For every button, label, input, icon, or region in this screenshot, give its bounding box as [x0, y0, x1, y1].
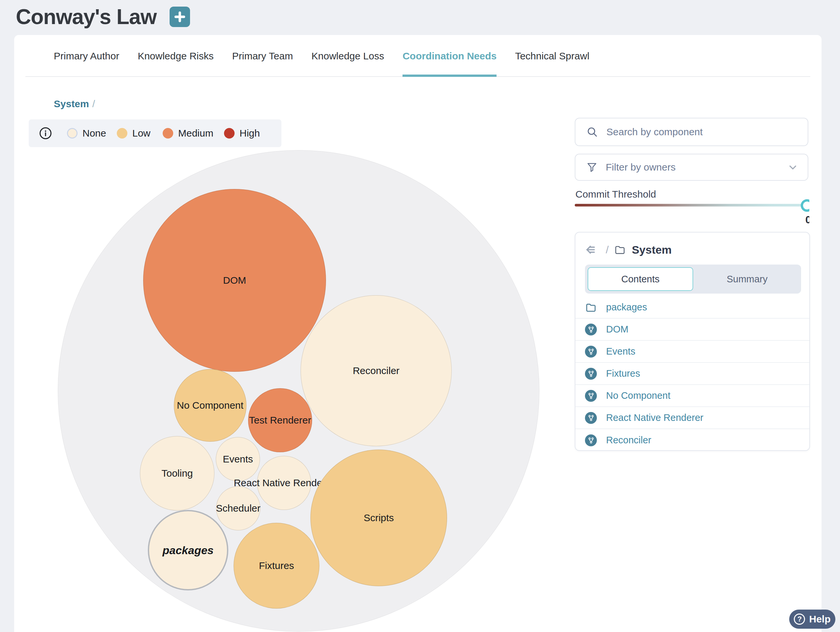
git-branch-icon	[585, 323, 597, 336]
bubble-events[interactable]: Events	[216, 437, 260, 481]
list-item-label: Fixtures	[606, 368, 640, 379]
bubble-label: No Component	[177, 400, 243, 411]
list-item-dom[interactable]: DOM	[575, 318, 809, 341]
plus-icon	[173, 10, 186, 24]
breadcrumb-separator: /	[92, 98, 95, 109]
tab-primary-author[interactable]: Primary Author	[54, 35, 119, 77]
bubble-label: Test Renderer	[249, 415, 311, 426]
search-icon	[586, 126, 598, 138]
tab-primary-team[interactable]: Primary Team	[232, 35, 293, 77]
slider-value-wrap: 0	[575, 213, 809, 227]
legend-label-none: None	[82, 128, 106, 139]
tab-summary[interactable]: Summary	[693, 265, 801, 293]
legend-label-low: Low	[132, 128, 150, 139]
legend-swatch-none	[67, 128, 77, 139]
main-card: Primary Author Knowledge Risks Primary T…	[14, 35, 821, 632]
bubble-reconciler[interactable]: Reconciler	[300, 295, 452, 446]
git-branch-icon	[585, 368, 597, 380]
list-item-no-component[interactable]: No Component	[575, 385, 809, 407]
commit-threshold-value: 0	[805, 214, 809, 226]
tab-technical-sprawl[interactable]: Technical Sprawl	[515, 35, 589, 77]
legend-label-medium: Medium	[178, 128, 213, 139]
slider-track[interactable]	[575, 204, 809, 206]
git-branch-icon	[585, 412, 597, 424]
bubble-packages[interactable]: packages	[148, 510, 228, 591]
legend-swatch-medium	[163, 128, 173, 139]
bubble-label: Tooling	[161, 468, 193, 479]
breadcrumb: System/	[54, 98, 95, 110]
slider-handle[interactable]	[801, 199, 809, 212]
help-button-label: Help	[809, 613, 831, 625]
legend-item-high: High	[224, 120, 260, 147]
tab-coordination-needs[interactable]: Coordination Needs	[403, 35, 497, 77]
page-title: Conway's Law	[16, 5, 156, 29]
tab-knowledge-risks[interactable]: Knowledge Risks	[137, 35, 213, 77]
bubble-scripts[interactable]: Scripts	[311, 449, 447, 586]
legend-item-low: Low	[117, 120, 150, 147]
search-placeholder: Search by component	[606, 126, 808, 137]
list-item-label: Events	[606, 346, 635, 357]
back-arrow-icon[interactable]	[585, 244, 600, 255]
list-item-react-native-renderer[interactable]: React Native Renderer	[575, 407, 809, 429]
git-branch-icon	[585, 390, 597, 402]
funnel-icon	[586, 161, 598, 173]
breadcrumb-system-link[interactable]: System	[54, 98, 89, 109]
legend-swatch-low	[117, 128, 127, 139]
bubble-label: Fixtures	[259, 560, 294, 571]
explorer-tabs: Contents Summary	[585, 265, 801, 293]
chevron-down-icon[interactable]	[787, 162, 799, 173]
tab-knowledge-loss[interactable]: Knowledge Loss	[311, 35, 384, 77]
explorer-list: packages DOM Events	[575, 296, 809, 451]
list-item-fixtures[interactable]: Fixtures	[575, 363, 809, 385]
legend-label-high: High	[240, 128, 260, 139]
coordination-legend: None Low Medium High	[29, 120, 281, 147]
legend-item-none: None	[67, 120, 106, 147]
explorer-title: System	[632, 243, 672, 256]
bubble-no-component[interactable]: No Component	[174, 369, 246, 442]
bubble-label: DOM	[223, 275, 246, 286]
page: Conway's Law Primary Author Knowledge Ri…	[0, 0, 840, 632]
list-item-label: No Component	[606, 390, 670, 401]
legend-swatch-high	[224, 128, 235, 139]
bubble-dom[interactable]: DOM	[143, 189, 326, 372]
list-item-label: Reconciler	[606, 435, 651, 446]
filter-placeholder: Filter by owners	[606, 162, 787, 173]
system-explorer-panel: / System Contents Summary packages	[575, 232, 810, 451]
question-mark-icon: ?	[794, 613, 805, 625]
tab-bar: Primary Author Knowledge Risks Primary T…	[54, 35, 608, 77]
commit-threshold-label: Commit Threshold	[575, 189, 656, 200]
git-branch-icon	[585, 346, 597, 358]
filter-by-owners-select[interactable]: Filter by owners	[575, 154, 808, 181]
bubble-scheduler[interactable]: Scheduler	[216, 486, 260, 530]
bubble-tooling[interactable]: Tooling	[140, 436, 215, 511]
bubble-label: Scheduler	[216, 503, 260, 514]
add-button[interactable]	[170, 6, 190, 27]
list-item-packages[interactable]: packages	[575, 296, 809, 318]
folder-icon	[585, 301, 597, 314]
legend-item-medium: Medium	[163, 120, 213, 147]
bubble-label: Reconciler	[353, 365, 399, 377]
list-item-label: DOM	[606, 324, 628, 335]
search-input[interactable]: Search by component	[575, 118, 808, 146]
bubble-react-native-renderer[interactable]: React Native Renderer	[257, 456, 311, 510]
bubble-label: Events	[223, 454, 253, 465]
bubble-label: packages	[163, 544, 214, 557]
info-icon[interactable]	[39, 127, 52, 140]
list-item-events[interactable]: Events	[575, 341, 809, 363]
help-button[interactable]: ? Help	[789, 610, 835, 629]
list-item-reconciler[interactable]: Reconciler	[575, 429, 809, 451]
bubble-test-renderer[interactable]: Test Renderer	[248, 388, 312, 452]
list-item-label: React Native Renderer	[606, 412, 703, 423]
commit-threshold-slider[interactable]	[575, 199, 809, 214]
explorer-path-separator: /	[606, 244, 609, 256]
explorer-header: / System	[585, 243, 672, 257]
bubble-label: Scripts	[363, 512, 394, 523]
folder-icon	[614, 244, 626, 255]
list-item-label: packages	[606, 302, 647, 313]
tab-contents[interactable]: Contents	[587, 267, 693, 291]
git-branch-icon	[585, 434, 597, 446]
bubble-fixtures[interactable]: Fixtures	[234, 523, 319, 608]
